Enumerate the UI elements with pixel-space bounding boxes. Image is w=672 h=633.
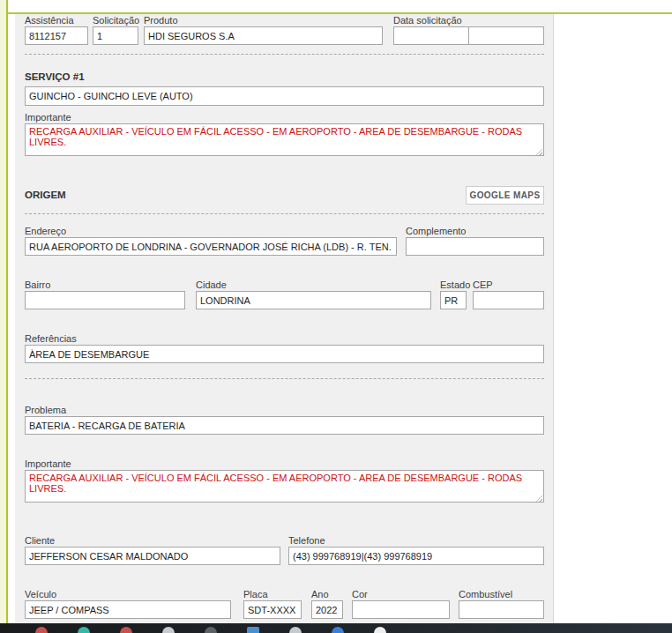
- field-produto: Produto: [144, 15, 383, 45]
- ano-input[interactable]: [311, 600, 343, 619]
- referencias-label: Referências: [25, 333, 544, 344]
- complemento-input[interactable]: [406, 237, 544, 256]
- field-cor: Cor: [352, 589, 450, 619]
- field-referencias: Referências: [25, 333, 544, 363]
- field-veiculo: Veículo: [25, 589, 231, 619]
- assistencia-label: Assistência: [25, 15, 88, 26]
- estado-input[interactable]: [440, 291, 467, 309]
- referencias-input[interactable]: [25, 345, 544, 363]
- dock-app-6-icon[interactable]: [247, 627, 259, 633]
- field-solicitacao: Solicitação: [93, 15, 138, 45]
- combustivel-input[interactable]: [459, 600, 544, 619]
- dock-app-7-icon[interactable]: [289, 627, 302, 633]
- servico-heading: SERVIÇO #1: [25, 71, 85, 82]
- solicitacao-label: Solicitação: [93, 15, 138, 26]
- taskbar: [0, 623, 672, 633]
- problema-label: Problema: [25, 405, 544, 415]
- field-bairro: Bairro: [25, 279, 185, 309]
- dock-app-5-icon[interactable]: [205, 627, 217, 633]
- veiculo-label: Veículo: [25, 589, 231, 599]
- google-maps-button[interactable]: GOOGLE MAPS: [466, 186, 544, 205]
- field-placa: Placa: [243, 589, 302, 619]
- dock-app-3-icon[interactable]: [120, 627, 132, 633]
- cor-label: Cor: [352, 589, 450, 599]
- endereco-label: Endereço: [25, 226, 397, 236]
- field-estado: Estado: [440, 279, 467, 309]
- solicitacao-input[interactable]: [93, 26, 138, 45]
- field-telefone: Telefone: [288, 535, 544, 565]
- bairro-label: Bairro: [25, 279, 185, 290]
- servico-importante-textarea[interactable]: RECARGA AUXILIAR - VEÍCULO EM FÁCIL ACES…: [25, 123, 544, 156]
- cidade-input[interactable]: [196, 291, 431, 309]
- cidade-label: Cidade: [196, 279, 431, 290]
- endereco-input[interactable]: [25, 237, 397, 256]
- ano-label: Ano: [311, 589, 343, 599]
- field-servico-tipo: [25, 86, 544, 106]
- data-solicitacao-time-input[interactable]: [468, 26, 544, 45]
- dock-app-1-icon[interactable]: [35, 627, 48, 633]
- top-strip: [8, 0, 672, 12]
- assistance-form-panel: Assistência Solicitação Produto Data sol…: [15, 14, 554, 623]
- field-combustivel: Combustível: [459, 589, 544, 619]
- servico-tipo-input[interactable]: [25, 86, 544, 106]
- cor-input[interactable]: [352, 600, 450, 619]
- field-problema: Problema: [25, 405, 544, 435]
- servico-importante-label: Importante: [25, 112, 544, 123]
- data-solicitacao-date-input[interactable]: [393, 26, 469, 45]
- dock-app-2-icon[interactable]: [78, 627, 90, 633]
- cliente-input[interactable]: [25, 547, 280, 565]
- separator-dashed-3: [25, 378, 544, 379]
- field-complemento: Complemento: [406, 226, 544, 256]
- dock-app-4-icon[interactable]: [162, 627, 175, 633]
- cep-input[interactable]: [473, 291, 544, 309]
- veiculo-input[interactable]: [25, 600, 231, 619]
- origem-heading: ORIGEM: [25, 190, 66, 200]
- estado-label: Estado: [440, 279, 467, 290]
- field-endereco: Endereço: [25, 226, 397, 256]
- field-cliente: Cliente: [25, 535, 280, 565]
- placa-label: Placa: [243, 589, 302, 599]
- data-solicitacao-label: Data solicitação: [393, 15, 544, 26]
- separator-dashed-1: [25, 54, 544, 55]
- problema-importante-label: Importante: [25, 458, 544, 469]
- produto-label: Produto: [144, 15, 383, 26]
- dock-app-8-icon[interactable]: [332, 627, 344, 633]
- bairro-input[interactable]: [25, 291, 185, 309]
- dock-app-9-icon[interactable]: [374, 627, 386, 633]
- field-cep: CEP: [473, 279, 544, 309]
- complemento-label: Complemento: [406, 226, 544, 236]
- separator-dashed-2: [25, 213, 544, 214]
- field-ano: Ano: [311, 589, 343, 619]
- field-cidade: Cidade: [196, 279, 431, 309]
- screen: Assistência Solicitação Produto Data sol…: [0, 0, 672, 633]
- left-strip: [0, 0, 6, 623]
- combustivel-label: Combustível: [459, 589, 544, 599]
- field-problema-importante: Importante RECARGA AUXILIAR - VEÍCULO EM…: [25, 458, 544, 504]
- field-data-solicitacao: Data solicitação: [393, 15, 544, 45]
- problema-importante-textarea[interactable]: RECARGA AUXILIAR - VEÍCULO EM FÁCIL ACES…: [25, 470, 544, 503]
- field-assistencia: Assistência: [25, 15, 88, 45]
- cep-label: CEP: [473, 279, 544, 290]
- produto-input[interactable]: [144, 26, 383, 45]
- field-servico-importante: Importante RECARGA AUXILIAR - VEÍCULO EM…: [25, 112, 544, 158]
- cliente-label: Cliente: [25, 535, 280, 546]
- problema-input[interactable]: [25, 416, 544, 435]
- placa-input[interactable]: [243, 600, 302, 619]
- telefone-label: Telefone: [288, 535, 544, 546]
- assistencia-input[interactable]: [25, 26, 88, 45]
- telefone-input[interactable]: [288, 547, 544, 565]
